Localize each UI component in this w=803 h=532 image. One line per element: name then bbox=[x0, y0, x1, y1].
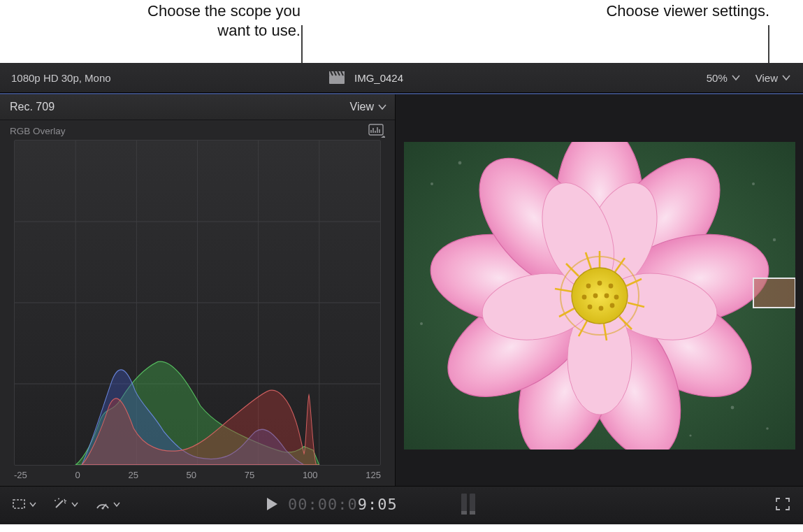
svg-point-18 bbox=[752, 182, 755, 185]
clip-title: IMG_0424 bbox=[354, 72, 403, 84]
svg-rect-61 bbox=[753, 278, 795, 308]
svg-rect-2 bbox=[369, 124, 383, 135]
annotation-callouts: Choose the scope you want to use. Choose… bbox=[0, 0, 803, 63]
axis-tick: -25 bbox=[14, 470, 27, 480]
histogram-plot bbox=[14, 140, 381, 466]
svg-point-64 bbox=[58, 498, 59, 500]
zoom-level-label: 50% bbox=[707, 72, 728, 84]
svg-point-21 bbox=[766, 427, 769, 430]
scope-header: Rec. 709 View bbox=[0, 94, 395, 120]
viewer-canvas[interactable] bbox=[396, 127, 803, 465]
axis-tick: 75 bbox=[245, 470, 254, 480]
audio-meters bbox=[461, 494, 475, 515]
svg-point-12 bbox=[431, 182, 433, 185]
svg-point-16 bbox=[420, 322, 423, 325]
chevron-down-icon bbox=[71, 501, 78, 508]
svg-point-51 bbox=[586, 284, 591, 289]
chevron-down-icon bbox=[782, 74, 790, 81]
audio-meter-left bbox=[461, 494, 467, 515]
svg-point-53 bbox=[608, 284, 613, 289]
chevron-down-icon bbox=[29, 501, 36, 508]
svg-point-66 bbox=[101, 507, 103, 509]
svg-point-50 bbox=[572, 268, 628, 324]
trim-tool-menu[interactable] bbox=[11, 498, 36, 510]
format-text: 1080p HD 30p, Mono bbox=[11, 72, 111, 84]
svg-rect-0 bbox=[329, 76, 345, 84]
svg-point-59 bbox=[598, 306, 603, 311]
clapperboard-icon bbox=[329, 71, 345, 84]
scope-view-menu[interactable]: View bbox=[350, 101, 386, 113]
trim-tool-icon bbox=[11, 498, 27, 510]
play-icon bbox=[266, 497, 278, 511]
viewer-view-menu[interactable]: View bbox=[755, 72, 790, 84]
histogram-icon bbox=[368, 124, 385, 138]
axis-tick: 100 bbox=[303, 470, 318, 480]
svg-point-20 bbox=[730, 406, 734, 410]
svg-point-57 bbox=[614, 295, 618, 300]
scope-color-space: Rec. 709 bbox=[10, 101, 55, 113]
svg-point-13 bbox=[458, 161, 461, 165]
callout-scope: Choose the scope you want to use. bbox=[112, 1, 301, 40]
video-scopes-panel: Rec. 709 View RGB Overlay bbox=[0, 94, 396, 486]
chevron-down-icon bbox=[113, 501, 120, 508]
axis-tick: 50 bbox=[187, 470, 196, 480]
retime-menu[interactable] bbox=[95, 498, 120, 510]
scope-mode-label: RGB Overlay bbox=[10, 126, 66, 136]
fullscreen-icon bbox=[775, 497, 790, 511]
axis-tick: 125 bbox=[366, 470, 381, 480]
zoom-level-menu[interactable]: 50% bbox=[707, 72, 740, 84]
chevron-down-icon bbox=[378, 103, 386, 110]
callout-viewer-settings: Choose viewer settings. bbox=[588, 1, 769, 21]
app-window: 1080p HD 30p, Mono IMG_0424 50% View bbox=[0, 63, 803, 524]
audio-meter-right bbox=[470, 494, 475, 515]
svg-point-56 bbox=[604, 294, 609, 299]
svg-rect-62 bbox=[13, 500, 24, 508]
svg-point-63 bbox=[55, 500, 56, 501]
svg-point-19 bbox=[772, 238, 775, 241]
axis-tick: 25 bbox=[128, 470, 138, 480]
retime-speedometer-icon bbox=[95, 498, 110, 510]
histogram-x-axis: -25 0 25 50 75 100 125 bbox=[14, 466, 381, 480]
transport-bar: 00:00:09:05 bbox=[0, 486, 803, 522]
preview-image-lotus bbox=[404, 142, 795, 450]
enhancements-menu[interactable] bbox=[53, 498, 78, 510]
viewer-top-bar: 1080p HD 30p, Mono IMG_0424 50% View bbox=[0, 63, 803, 93]
play-button[interactable] bbox=[266, 497, 278, 511]
timecode-leading: 00:00:0 bbox=[288, 496, 358, 513]
viewer-panel bbox=[396, 94, 803, 486]
magic-wand-icon bbox=[53, 498, 68, 510]
scope-type-menu[interactable] bbox=[368, 124, 385, 137]
axis-tick: 0 bbox=[75, 470, 80, 480]
format-label: 1080p HD 30p, Mono bbox=[0, 72, 329, 84]
svg-point-54 bbox=[581, 295, 586, 300]
svg-point-52 bbox=[597, 281, 602, 286]
svg-point-55 bbox=[593, 294, 598, 299]
chevron-down-icon bbox=[732, 74, 740, 81]
timecode-display[interactable]: 00:00:09:05 bbox=[288, 496, 398, 513]
viewer-view-label: View bbox=[755, 72, 778, 84]
svg-point-22 bbox=[689, 434, 691, 436]
svg-point-60 bbox=[609, 303, 614, 308]
scope-view-label: View bbox=[350, 101, 374, 113]
svg-point-58 bbox=[587, 305, 592, 310]
fullscreen-button[interactable] bbox=[775, 497, 790, 511]
timecode-active: 9:05 bbox=[358, 496, 398, 513]
body-split: Rec. 709 View RGB Overlay bbox=[0, 94, 803, 486]
